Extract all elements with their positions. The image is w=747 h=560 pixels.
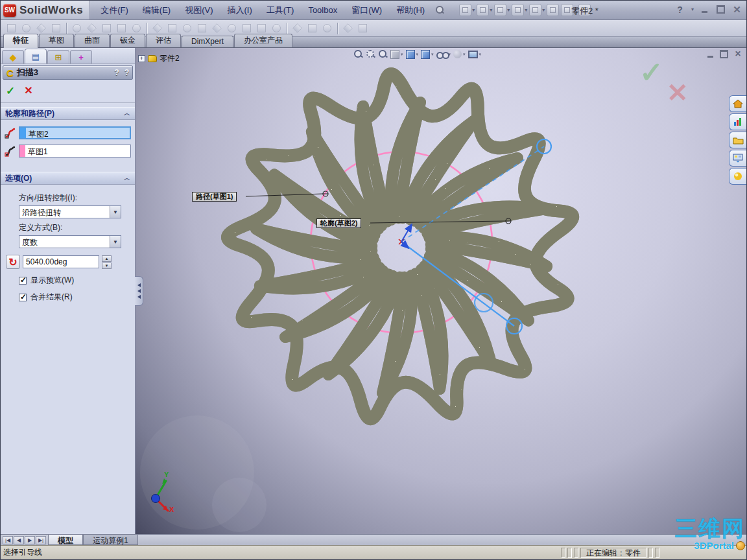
undo-button[interactable]: ▾: [529, 4, 545, 16]
path-callout[interactable]: 路径(草图1): [192, 192, 237, 202]
solidworks-cube-icon: SW: [3, 4, 16, 17]
study-tab-bar: |◀ ◀ ▶ ▶| 模型 运动算例1: [1, 534, 746, 545]
zoom-to-fit-button[interactable]: [353, 49, 363, 59]
twist-angle-icon: ↻: [6, 255, 20, 269]
rebuild-button[interactable]: [547, 4, 559, 16]
tab-evaluate[interactable]: 评估: [146, 34, 181, 47]
motion-study-tab[interactable]: 运动算例1: [83, 535, 138, 545]
previous-view-button[interactable]: [378, 49, 388, 59]
twist-angle-input[interactable]: [23, 255, 99, 268]
menu-insert[interactable]: 插入(I): [221, 3, 259, 18]
prev-tab-button[interactable]: ◀: [14, 536, 24, 544]
search-icon[interactable]: [435, 6, 444, 14]
edit-appearance-button[interactable]: ▾: [453, 50, 466, 58]
doc-restore-button[interactable]: [720, 49, 728, 58]
options-header-label: 选项(O): [5, 173, 32, 184]
help-button[interactable]: ?: [674, 5, 685, 14]
tab-features[interactable]: 特征: [3, 34, 38, 48]
help-flyout-icon[interactable]: ?: [114, 68, 119, 77]
display-style-button[interactable]: ▾: [421, 50, 434, 59]
dimxpert-target-icon: +: [78, 52, 84, 62]
model-tab[interactable]: 模型: [48, 535, 83, 545]
menubar: 文件(F) 编辑(E) 视图(V) 插入(I) 工具(T) Toolbox 窗口…: [90, 3, 450, 18]
configurationmanager-tab[interactable]: ⊞: [47, 50, 69, 64]
options-section-header[interactable]: 选项(O) ︿: [1, 172, 135, 185]
show-preview-checkbox[interactable]: [19, 277, 27, 285]
last-tab-button[interactable]: ▶|: [36, 536, 46, 544]
dimxpertmanager-tab[interactable]: +: [70, 50, 92, 64]
featuremanager-tree-tab[interactable]: ◆: [2, 50, 24, 64]
tab-sheet-metal[interactable]: 钣金: [110, 34, 145, 47]
print-button[interactable]: ▾: [512, 4, 527, 16]
editing-status: 正在编辑：零件: [580, 548, 646, 558]
view-palette-tab[interactable]: [729, 150, 746, 167]
feature-toolbar-icon-9: [150, 21, 164, 35]
help-dropdown-caret[interactable]: ▾: [691, 6, 694, 12]
tree-expand-icon[interactable]: +: [138, 55, 145, 62]
cancel-feature-button[interactable]: ✕: [24, 84, 32, 98]
profile-color-swatch: [20, 128, 26, 138]
zoom-to-area-button[interactable]: [366, 49, 375, 59]
menu-view[interactable]: 视图(V): [178, 3, 219, 18]
orientation-select[interactable]: 沿路径扭转 ▼: [19, 205, 121, 218]
menu-file[interactable]: 文件(F): [94, 3, 135, 18]
close-button[interactable]: ✕: [731, 5, 742, 14]
sweep-path-icon: [5, 145, 16, 157]
path-field[interactable]: 草图1: [19, 145, 131, 158]
file-explorer-tab[interactable]: [729, 132, 746, 148]
new-document-button[interactable]: ▾: [459, 4, 475, 16]
restore-button[interactable]: [715, 5, 726, 14]
graphics-viewport[interactable]: + 零件2 ▾ ▾ ▾ ▾ ▾ ▾ ✕ ✓: [136, 48, 746, 534]
view-orientation-button[interactable]: ▾: [406, 50, 419, 59]
menu-window[interactable]: 窗口(W): [345, 3, 388, 18]
window-controls: ? ▾ ✕: [674, 5, 742, 14]
hide-show-items-button[interactable]: ▾: [436, 51, 451, 58]
profile-callout[interactable]: 轮廓(草图2): [316, 218, 361, 228]
features-toolbar: [1, 20, 746, 37]
spin-down-button[interactable]: ▼: [102, 262, 112, 269]
propertymanager-tab[interactable]: ▤: [25, 49, 47, 64]
status-message: 选择引导线: [3, 547, 559, 558]
define-by-select[interactable]: 度数 ▼: [19, 235, 121, 248]
help-icon[interactable]: ?: [124, 68, 129, 77]
minimize-button[interactable]: [699, 5, 710, 14]
dropdown-arrow-icon[interactable]: ▼: [110, 236, 121, 248]
palette-window-icon: [733, 154, 743, 163]
section-view-button[interactable]: ▾: [390, 50, 403, 59]
spin-up-button[interactable]: ▲: [102, 255, 112, 262]
doc-minimize-button[interactable]: [707, 49, 713, 58]
open-document-button[interactable]: ▾: [477, 4, 492, 16]
tab-sketch[interactable]: 草图: [39, 34, 74, 47]
collapse-chevron-icon: ︿: [124, 109, 130, 118]
first-tab-button[interactable]: |◀: [3, 536, 13, 544]
swept-model-preview[interactable]: [136, 48, 746, 534]
resources-home-tab[interactable]: [729, 95, 746, 112]
feature-toolbar-icon-19: [305, 21, 319, 35]
tab-office-products[interactable]: 办公室产品: [234, 34, 292, 47]
design-library-tab[interactable]: [729, 113, 746, 130]
next-tab-button[interactable]: ▶: [25, 536, 35, 544]
dropdown-arrow-icon[interactable]: ▼: [110, 206, 121, 218]
show-preview-row: 显示预览(W): [19, 275, 131, 286]
tab-surfaces[interactable]: 曲面: [75, 34, 110, 47]
appearances-tab[interactable]: [729, 168, 746, 185]
menu-edit[interactable]: 编辑(E): [136, 3, 177, 18]
twist-angle-row: ↻ ▲ ▼: [6, 255, 131, 269]
profile-field[interactable]: 草图2: [19, 126, 131, 139]
profile-path-section-header[interactable]: 轮廓和路径(P) ︿: [1, 107, 135, 120]
tab-dimxpert[interactable]: DimXpert: [182, 36, 233, 47]
panel-splitter-handle[interactable]: [135, 276, 143, 306]
accept-button[interactable]: ✓: [6, 84, 15, 98]
menu-help[interactable]: 帮助(H): [390, 3, 431, 18]
doc-close-button[interactable]: ✕: [735, 49, 741, 58]
menu-tools[interactable]: 工具(T): [260, 3, 301, 18]
feature-toolbar-icon-16: [255, 21, 268, 35]
confirm-row: ✓ ✕: [1, 81, 135, 103]
apply-scene-button[interactable]: ▾: [468, 51, 482, 58]
merge-result-checkbox[interactable]: [19, 294, 27, 301]
menu-toolbox[interactable]: Toolbox: [302, 3, 344, 17]
toolbar-separator: [287, 23, 287, 34]
save-button[interactable]: ▾: [494, 4, 510, 16]
flyout-tree-root[interactable]: + 零件2: [138, 53, 180, 64]
home-icon: [733, 99, 743, 108]
